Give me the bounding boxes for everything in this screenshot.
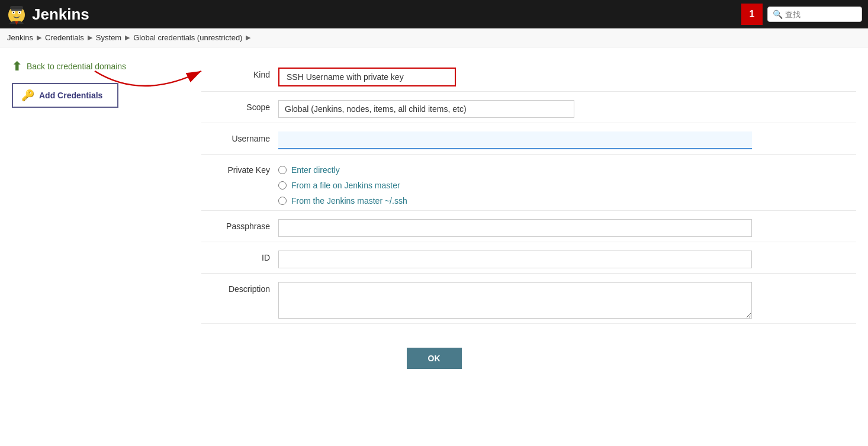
back-to-domains-label: Back to credential domains [27, 62, 126, 71]
svg-rect-7 [10, 6, 23, 9]
radio-enter-directly-input[interactable] [278, 166, 287, 174]
breadcrumb-sep-3: ▶ [125, 34, 130, 41]
jenkins-logo-icon [6, 4, 27, 25]
svg-point-4 [13, 12, 14, 13]
username-content [278, 128, 856, 149]
breadcrumb-sep-1: ▶ [37, 34, 41, 41]
kind-row: Kind SSH Username with private key [201, 59, 856, 92]
kind-content: SSH Username with private key [278, 64, 856, 86]
username-row: Username [201, 123, 856, 155]
description-row: Description [201, 274, 856, 324]
main-content: ⬆ Back to credential domains 🔑 Add Crede… [0, 47, 868, 446]
breadcrumb: Jenkins ▶ Credentials ▶ System ▶ Global … [0, 28, 868, 47]
key-icon: 🔑 [21, 89, 34, 102]
search-input[interactable] [785, 10, 856, 19]
id-label: ID [201, 247, 278, 262]
private-key-content: Enter directly From a file on Jenkins ma… [278, 159, 856, 206]
passphrase-input[interactable] [278, 219, 752, 237]
radio-from-ssh-input[interactable] [278, 197, 287, 205]
description-content [278, 278, 856, 319]
private-key-label: Private Key [201, 159, 278, 175]
ok-section: OK [12, 348, 856, 369]
description-input[interactable] [278, 282, 752, 319]
logo: Jenkins [6, 4, 89, 25]
passphrase-row: Passphrase [201, 211, 856, 242]
radio-enter-directly: Enter directly [278, 165, 856, 175]
passphrase-label: Passphrase [201, 216, 278, 231]
private-key-options: Enter directly From a file on Jenkins ma… [278, 163, 856, 206]
radio-from-file-input[interactable] [278, 181, 287, 190]
radio-from-ssh-label[interactable]: From the Jenkins master ~/.ssh [291, 196, 407, 206]
passphrase-content [278, 216, 856, 237]
ok-button[interactable]: OK [407, 348, 462, 369]
radio-from-file: From a file on Jenkins master [278, 181, 856, 190]
breadcrumb-sep-4: ▶ [246, 34, 250, 41]
breadcrumb-sep-2: ▶ [88, 34, 92, 41]
add-credentials-button[interactable]: 🔑 Add Credentials [12, 83, 118, 108]
breadcrumb-jenkins[interactable]: Jenkins [7, 33, 33, 42]
left-panel: ⬆ Back to credential domains 🔑 Add Crede… [12, 59, 201, 324]
notification-badge[interactable]: 1 [741, 4, 763, 25]
svg-point-5 [19, 12, 20, 13]
kind-label: Kind [201, 64, 278, 79]
id-content [278, 247, 856, 268]
private-key-row: Private Key Enter directly From a file o… [201, 155, 856, 211]
username-label: Username [201, 128, 278, 143]
scope-value: Global (Jenkins, nodes, items, all child… [278, 100, 574, 118]
kind-value: SSH Username with private key [278, 68, 456, 86]
breadcrumb-global-credentials[interactable]: Global credentials (unrestricted) [133, 33, 242, 42]
username-input[interactable] [278, 131, 752, 149]
description-label: Description [201, 278, 278, 294]
scope-content: Global (Jenkins, nodes, items, all child… [278, 97, 856, 118]
breadcrumb-system[interactable]: System [96, 33, 121, 42]
radio-from-ssh: From the Jenkins master ~/.ssh [278, 196, 856, 206]
form-area: Kind SSH Username with private key Scope… [201, 59, 856, 324]
search-box[interactable]: 🔍 [767, 7, 862, 22]
id-row: ID [201, 242, 856, 274]
id-input[interactable] [278, 251, 752, 268]
search-icon: 🔍 [773, 9, 783, 19]
back-arrow-icon: ⬆ [12, 59, 22, 73]
app-title: Jenkins [32, 5, 89, 24]
radio-enter-directly-label[interactable]: Enter directly [291, 165, 340, 175]
back-to-domains-link[interactable]: ⬆ Back to credential domains [12, 59, 201, 73]
breadcrumb-credentials[interactable]: Credentials [45, 33, 84, 42]
radio-from-file-label[interactable]: From a file on Jenkins master [291, 181, 400, 190]
scope-row: Scope Global (Jenkins, nodes, items, all… [201, 92, 856, 123]
add-credentials-label: Add Credentials [39, 91, 102, 100]
app-header: Jenkins 1 🔍 [0, 0, 868, 28]
scope-label: Scope [201, 97, 278, 112]
